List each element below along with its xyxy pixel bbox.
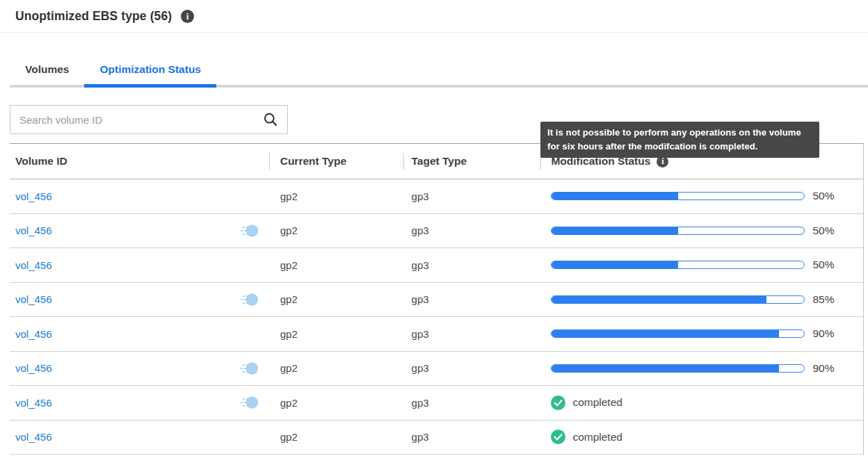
cell-volume-id: vol_456: [10, 326, 269, 341]
column-header-current-type: Current Type: [269, 155, 403, 168]
cell-volume-id: vol_456: [10, 257, 269, 272]
check-circle-icon: [551, 396, 565, 410]
cell-modification-status: 50%: [540, 225, 863, 237]
optimization-status-table: Volume ID Current Type Taget Type Modifi…: [10, 143, 864, 455]
volume-id-link[interactable]: vol_456: [15, 362, 52, 374]
cell-current-type: gp2: [269, 190, 403, 202]
completed-indicator: completed: [551, 430, 622, 444]
completed-label: completed: [572, 396, 622, 409]
progress-fill: [551, 295, 766, 304]
progress-fill: [551, 364, 779, 373]
volume-id-link[interactable]: vol_456: [15, 190, 52, 202]
cell-modification-status: 90%: [540, 327, 863, 340]
progress-track: [551, 329, 805, 338]
tab-optimization-status[interactable]: Optimization Status: [84, 63, 216, 85]
volume-id-link[interactable]: vol_456: [15, 225, 52, 236]
search-icon[interactable]: [263, 112, 278, 127]
fast-volume-icon: [241, 361, 259, 376]
column-header-label: Current Type: [280, 155, 346, 167]
cell-target-type: gp3: [403, 431, 541, 443]
progress-percent-label: 50%: [812, 259, 834, 271]
table-row: vol_456 gp2 gp3 90%: [10, 352, 863, 386]
progress-indicator: 50%: [551, 190, 834, 202]
progress-indicator: 50%: [551, 259, 834, 271]
table-row: vol_456 gp2 gp3 50%: [10, 179, 863, 214]
progress-indicator: 85%: [551, 293, 834, 306]
progress-track: [551, 295, 805, 304]
cell-current-type: gp2: [269, 328, 403, 340]
table-row: vol_456 gp2 gp3 50%: [10, 248, 863, 283]
cell-volume-id: vol_456: [10, 292, 269, 307]
progress-track: [551, 261, 805, 269]
check-circle-icon: [551, 430, 565, 444]
fast-volume-icon: [241, 292, 259, 307]
completed-label: completed: [572, 431, 622, 443]
table-body: vol_456 gp2 gp3 50%: [10, 179, 863, 455]
progress-percent-label: 85%: [812, 293, 834, 306]
progress-fill: [551, 192, 678, 200]
progress-fill: [551, 227, 678, 235]
progress-indicator: 90%: [551, 362, 834, 375]
column-header-target-type: Taget Type: [403, 155, 541, 168]
cell-current-type: gp2: [269, 362, 403, 374]
table-row: vol_456 gp2 gp3 50%: [10, 214, 863, 249]
progress-track: [551, 192, 805, 200]
cell-current-type: gp2: [269, 225, 403, 236]
progress-percent-label: 90%: [812, 362, 834, 375]
volume-id-link[interactable]: vol_456: [15, 259, 52, 271]
cell-volume-id: vol_456: [10, 430, 269, 445]
fast-volume-icon: [241, 223, 259, 238]
progress-percent-label: 50%: [812, 225, 834, 237]
table-row: vol_456 gp2 gp3 completed: [10, 386, 863, 421]
cell-target-type: gp3: [403, 259, 541, 271]
table-row: vol_456 gp2 gp3 90%: [10, 317, 863, 352]
tab-bar: Volumes Optimization Status: [10, 63, 868, 88]
cell-current-type: gp2: [269, 431, 403, 443]
cell-current-type: gp2: [269, 397, 403, 409]
cell-target-type: gp3: [403, 328, 541, 340]
cell-volume-id: vol_456: [10, 395, 269, 410]
cell-target-type: gp3: [403, 190, 541, 202]
column-header-label: Volume ID: [15, 155, 67, 168]
volume-id-link[interactable]: vol_456: [15, 431, 52, 443]
cell-target-type: gp3: [403, 225, 541, 236]
cell-current-type: gp2: [269, 293, 403, 305]
volume-id-link[interactable]: vol_456: [15, 397, 52, 409]
page-header: Unoptimized EBS type (56) i: [0, 0, 868, 33]
progress-percent-label: 90%: [812, 327, 834, 340]
progress-fill: [551, 261, 678, 269]
modification-status-tooltip: It is not possible to perform any operat…: [540, 122, 819, 158]
cell-target-type: gp3: [403, 362, 541, 374]
cell-target-type: gp3: [403, 397, 541, 409]
volume-id-link[interactable]: vol_456: [15, 328, 52, 340]
cell-modification-status: completed: [540, 396, 863, 410]
cell-volume-id: vol_456: [10, 223, 269, 238]
page-title: Unoptimized EBS type (56): [15, 9, 172, 24]
progress-percent-label: 50%: [812, 190, 834, 202]
cell-modification-status: 50%: [540, 190, 863, 202]
volume-id-link[interactable]: vol_456: [15, 293, 52, 305]
search-input[interactable]: [19, 114, 263, 126]
search-box: [10, 105, 288, 134]
cell-modification-status: 85%: [540, 293, 863, 306]
progress-indicator: 90%: [551, 327, 834, 340]
fast-volume-icon: [241, 395, 259, 410]
cell-volume-id: vol_456: [10, 188, 269, 204]
table-row: vol_456 gp2 gp3 85%: [10, 283, 863, 318]
tab-volumes[interactable]: Volumes: [10, 63, 84, 85]
cell-current-type: gp2: [269, 259, 403, 271]
cell-target-type: gp3: [403, 293, 541, 305]
column-header-volume-id: Volume ID: [10, 155, 269, 168]
progress-indicator: 50%: [551, 225, 834, 237]
cell-modification-status: 90%: [540, 362, 863, 375]
progress-track: [551, 364, 805, 373]
table-row: vol_456 gp2 gp3 completed: [10, 421, 863, 455]
column-header-label: Taget Type: [412, 155, 467, 167]
progress-fill: [551, 329, 779, 338]
info-icon[interactable]: i: [181, 10, 194, 23]
progress-track: [551, 227, 805, 235]
cell-modification-status: completed: [540, 430, 863, 444]
cell-volume-id: vol_456: [10, 361, 269, 376]
completed-indicator: completed: [551, 396, 622, 410]
cell-modification-status: 50%: [540, 259, 863, 271]
